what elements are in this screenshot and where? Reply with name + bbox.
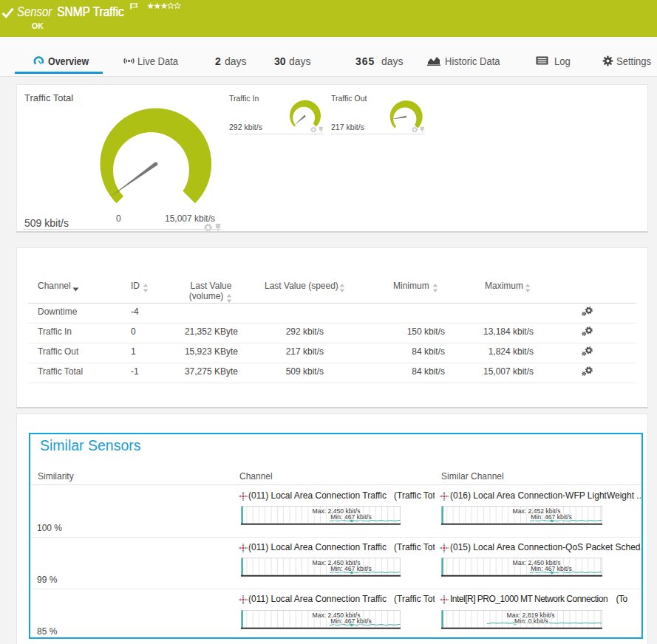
svg-text:Min: 467 kbit/s: Min: 467 kbit/s xyxy=(330,565,371,572)
svg-text:Min: 467 kbit/s: Min: 467 kbit/s xyxy=(330,617,371,625)
svg-text:Min: 467 kbit/s: Min: 467 kbit/s xyxy=(531,565,571,572)
svg-text:Min: 0 kbit/s: Min: 0 kbit/s xyxy=(514,617,548,625)
svg-text:Min: 467 kbit/s: Min: 467 kbit/s xyxy=(531,513,571,521)
svg-text:Min: 467 kbit/s: Min: 467 kbit/s xyxy=(330,513,371,521)
